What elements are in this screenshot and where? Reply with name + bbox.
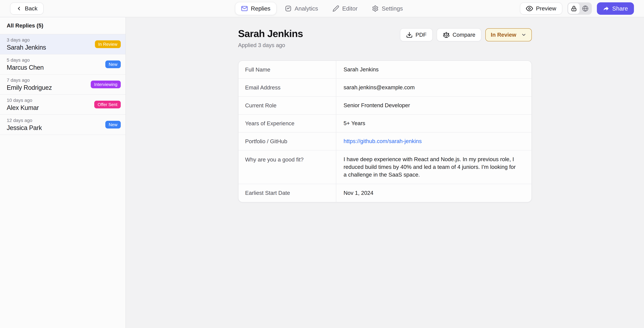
table-row: Portfolio / GitHub https://github.com/sa… — [238, 132, 532, 150]
reply-list-item[interactable]: 10 days ago Alex Kumar Offer Sent — [0, 95, 126, 115]
reply-time: 7 days ago — [7, 77, 52, 83]
reply-list: 3 days ago Sarah Jenkins In Review 5 day… — [0, 34, 126, 135]
field-label: Why are you a good fit? — [238, 150, 336, 184]
reply-time: 3 days ago — [7, 37, 46, 43]
reply-list-item[interactable]: 12 days ago Jessica Park New — [0, 115, 126, 135]
reply-time: 12 days ago — [7, 118, 42, 123]
table-row: Current Role Senior Frontend Developer — [238, 97, 532, 115]
reply-list-item[interactable]: 3 days ago Sarah Jenkins In Review — [0, 34, 126, 54]
field-value: sarah.jenkins@example.com — [336, 79, 532, 96]
reply-detail: Sarah Jenkins Applied 3 days ago PDF — [238, 28, 532, 202]
compare-label: Compare — [453, 32, 476, 38]
globe-icon — [582, 5, 588, 12]
reply-meta: 7 days ago Emily Rodriguez — [7, 77, 52, 91]
table-row: Earliest Start Date Nov 1, 2024 — [238, 184, 532, 202]
reply-list-item[interactable]: 5 days ago Marcus Chen New — [0, 54, 126, 74]
preview-label: Preview — [536, 5, 556, 12]
visibility-toggle — [567, 2, 592, 15]
status-badge: New — [105, 60, 121, 68]
lock-icon — [571, 5, 577, 12]
tab-label: Replies — [251, 5, 270, 12]
preview-button[interactable]: Preview — [520, 2, 562, 14]
applied-date: Applied 3 days ago — [238, 42, 303, 48]
field-label: Current Role — [238, 97, 336, 114]
portfolio-link[interactable]: https://github.com/sarah-jenkins — [344, 137, 422, 145]
status-badge: In Review — [95, 40, 121, 48]
field-value: 5+ Years — [336, 115, 532, 132]
field-value: I have deep experience with React and No… — [336, 150, 532, 184]
reply-name: Sarah Jenkins — [7, 44, 46, 51]
back-label: Back — [25, 5, 38, 12]
field-label: Portfolio / GitHub — [238, 132, 336, 150]
pdf-button[interactable]: PDF — [400, 28, 433, 41]
download-icon — [406, 31, 413, 38]
topbar: Back Replies Analytics Editor — [0, 0, 644, 17]
public-globe-toggle[interactable] — [580, 3, 591, 14]
table-row: Email Address sarah.jenkins@example.com — [238, 79, 532, 97]
reply-name: Alex Kumar — [7, 104, 39, 111]
reply-time: 5 days ago — [7, 57, 44, 63]
scales-icon — [443, 31, 450, 38]
sidebar-header: All Replies (5) — [0, 17, 126, 34]
field-value: Senior Frontend Developer — [336, 97, 532, 114]
table-row: Full Name Sarah Jenkins — [238, 61, 532, 79]
field-value: Sarah Jenkins — [336, 61, 532, 78]
gear-icon — [372, 5, 379, 12]
field-label: Earliest Start Date — [238, 184, 336, 202]
field-value: https://github.com/sarah-jenkins — [336, 132, 532, 150]
reply-name: Jessica Park — [7, 124, 42, 131]
field-label: Email Address — [238, 79, 336, 96]
eye-icon — [526, 5, 533, 12]
reply-time: 10 days ago — [7, 98, 39, 103]
pencil-icon — [332, 5, 339, 12]
detail-title-block: Sarah Jenkins Applied 3 days ago — [238, 28, 303, 48]
tab-replies[interactable]: Replies — [235, 2, 276, 15]
reply-meta: 3 days ago Sarah Jenkins — [7, 37, 46, 51]
tab-label: Editor — [342, 5, 358, 12]
status-badge: New — [105, 121, 121, 128]
topbar-actions: Preview Share — [520, 2, 634, 15]
reply-list-item[interactable]: 7 days ago Emily Rodriguez Interviewing — [0, 74, 126, 95]
reply-meta: 12 days ago Jessica Park — [7, 118, 42, 131]
sidebar: All Replies (5) 3 days ago Sarah Jenkins… — [0, 17, 126, 328]
page-title: Sarah Jenkins — [238, 28, 303, 39]
status-select-value: In Review — [491, 32, 516, 38]
tab-label: Analytics — [294, 5, 318, 12]
tab-settings[interactable]: Settings — [366, 2, 409, 15]
reply-meta: 5 days ago Marcus Chen — [7, 57, 44, 71]
chevron-left-icon — [16, 6, 22, 11]
detail-actions: PDF Compare In Review — [400, 28, 532, 41]
chevron-down-icon — [521, 32, 526, 37]
tab-bar: Replies Analytics Editor Settings — [235, 2, 409, 15]
detail-header: Sarah Jenkins Applied 3 days ago PDF — [238, 28, 532, 48]
share-arrow-icon — [603, 5, 609, 12]
field-label: Years of Experience — [238, 115, 336, 132]
back-button[interactable]: Back — [10, 2, 44, 14]
field-value: Nov 1, 2024 — [336, 184, 532, 202]
table-row: Years of Experience 5+ Years — [238, 115, 532, 132]
status-badge: Interviewing — [91, 81, 121, 88]
field-label: Full Name — [238, 61, 336, 78]
tab-label: Settings — [382, 5, 403, 12]
compare-button[interactable]: Compare — [437, 28, 482, 41]
reply-meta: 10 days ago Alex Kumar — [7, 98, 39, 111]
reply-name: Emily Rodriguez — [7, 84, 52, 91]
app-window: Back Replies Analytics Editor — [0, 0, 644, 328]
application-table: Full Name Sarah Jenkins Email Address sa… — [238, 60, 532, 202]
share-label: Share — [612, 5, 628, 12]
share-button[interactable]: Share — [597, 2, 634, 15]
tab-analytics[interactable]: Analytics — [279, 2, 324, 15]
table-row: Why are you a good fit? I have deep expe… — [238, 150, 532, 184]
pdf-label: PDF — [416, 32, 427, 38]
analytics-icon — [285, 5, 292, 12]
status-select[interactable]: In Review — [485, 28, 532, 41]
private-lock-toggle[interactable] — [568, 3, 580, 14]
tab-editor[interactable]: Editor — [326, 2, 364, 15]
reply-name: Marcus Chen — [7, 64, 44, 71]
mail-icon — [241, 5, 248, 12]
main-panel: Sarah Jenkins Applied 3 days ago PDF — [126, 17, 644, 328]
status-badge: Offer Sent — [94, 101, 121, 108]
